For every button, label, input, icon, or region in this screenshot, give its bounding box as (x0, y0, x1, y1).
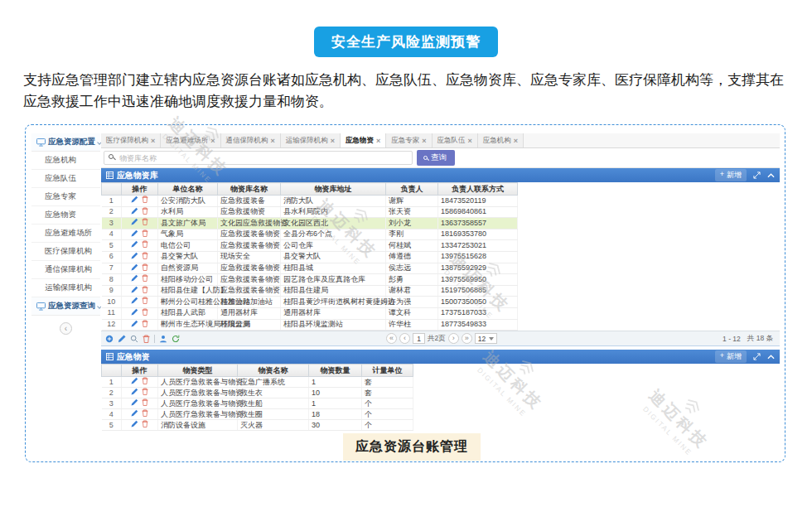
tab-active[interactable]: 应急物资× (341, 133, 386, 147)
edit-icon[interactable] (131, 297, 138, 307)
row-number: 3 (102, 218, 122, 229)
edit-icon[interactable] (131, 409, 138, 419)
sidebar-group-header[interactable]: 应急资源配置 (31, 133, 100, 152)
table-row[interactable]: 4气象局应急救援装备物资全县分布6个点李刚18169353780 (102, 229, 518, 240)
sidebar-group-header[interactable]: 应急资源查询 (31, 297, 100, 316)
close-icon[interactable]: × (514, 137, 518, 145)
delete-icon[interactable] (142, 308, 148, 319)
delete-icon[interactable] (142, 377, 148, 387)
collapse-panel-icon[interactable] (767, 355, 775, 360)
delete-icon[interactable] (142, 274, 148, 285)
close-icon[interactable]: × (151, 137, 155, 145)
delete-icon[interactable] (142, 252, 148, 263)
table-row[interactable]: 1人员医疗急救装备与物资应急广播系统1套 (102, 377, 413, 388)
edit-icon[interactable] (131, 388, 138, 398)
delete-record-icon[interactable] (143, 335, 150, 343)
edit-icon[interactable] (131, 218, 138, 229)
table-row[interactable]: 1公安消防大队应急救援装备消防大队谢辉18473520119 (102, 196, 518, 207)
edit-icon[interactable] (131, 263, 138, 274)
view-record-icon[interactable] (130, 335, 138, 343)
delete-icon[interactable] (142, 240, 148, 251)
tab-item[interactable]: 运输保障机构× (281, 133, 341, 147)
table-row[interactable]: 5消防设备设施灭火器30个 (102, 420, 413, 431)
delete-icon[interactable] (142, 320, 148, 331)
sidebar-collapse-button[interactable]: ‹ (60, 322, 72, 335)
delete-icon[interactable] (142, 409, 148, 419)
edit-icon[interactable] (131, 274, 138, 285)
edit-icon[interactable] (131, 398, 138, 408)
delete-icon[interactable] (142, 388, 148, 398)
delete-icon[interactable] (142, 286, 148, 297)
close-icon[interactable]: × (376, 137, 380, 145)
tab-item[interactable]: 应急队伍× (433, 133, 478, 147)
edit-icon[interactable] (131, 240, 138, 251)
table-row[interactable]: 6县交警大队现场安全县交警大队傅遵德13975515628 (102, 251, 518, 263)
user-icon[interactable] (159, 335, 167, 343)
page-size-select[interactable]: 12 (475, 333, 497, 344)
tab-item[interactable]: 应急机构× (478, 133, 524, 147)
last-page-button[interactable]: » (462, 333, 472, 344)
edit-icon[interactable] (131, 420, 138, 430)
close-icon[interactable]: × (271, 137, 275, 145)
edit-icon[interactable] (131, 229, 138, 240)
expand-panel-icon[interactable] (753, 353, 761, 360)
add-record-icon[interactable] (105, 335, 114, 343)
delete-icon[interactable] (142, 420, 148, 430)
close-icon[interactable]: × (331, 137, 335, 145)
edit-record-icon[interactable] (118, 335, 126, 343)
tab-item[interactable]: 应急专家× (386, 133, 432, 147)
table-row[interactable]: 3人员医疗急救装备与物资救生船1个 (102, 398, 413, 409)
tab-item[interactable]: 应急避难场所× (161, 133, 220, 147)
first-page-button[interactable]: « (386, 333, 397, 344)
delete-icon[interactable] (142, 196, 148, 206)
sidebar-item[interactable]: 医疗保障机构 (31, 243, 100, 261)
table-row[interactable]: 2人员医疗急救装备与物资救生衣10套 (102, 388, 413, 398)
delete-icon[interactable] (142, 207, 148, 218)
close-icon[interactable]: × (210, 137, 215, 145)
sidebar-item[interactable]: 应急物资 (31, 206, 100, 225)
sidebar-item[interactable]: 通信保障机构 (31, 261, 100, 279)
search-input[interactable] (104, 151, 413, 165)
table-row[interactable]: 4人员医疗急救装备与物资救生圈18个 (102, 409, 413, 420)
edit-icon[interactable] (131, 196, 138, 206)
table-row[interactable]: 10郴州分公司桂雅公路加油站桂雅公路加油站桂阳县黄沙坪街道枫树村黄捷姆边许为强1… (102, 297, 518, 308)
delete-icon[interactable] (142, 218, 148, 229)
edit-icon[interactable] (131, 252, 138, 263)
table-row[interactable]: 11桂阳县人武部通用器材库通用器材库谭文科17375187033 (102, 307, 518, 319)
refresh-icon[interactable] (172, 335, 180, 343)
sidebar-item[interactable]: 应急队伍 (31, 170, 100, 188)
tab-item[interactable]: 医疗保障机构× (101, 133, 161, 147)
close-icon[interactable]: × (422, 137, 426, 145)
close-icon[interactable]: × (468, 137, 472, 145)
tab-item[interactable]: 通信保障机构× (221, 133, 281, 147)
delete-icon[interactable] (142, 398, 148, 408)
table-row[interactable]: 8桂阳移动分公司应急救援装备物资园艺路仓库及应真路仓库彭勇13975569950 (102, 274, 518, 286)
edit-icon[interactable] (131, 320, 138, 331)
collapse-panel-icon[interactable] (767, 173, 775, 178)
table-row[interactable]: 3县文旅广体局文化园应急救援物资文化园区西北刘小龙13637358557 (102, 218, 518, 229)
table-row[interactable]: 12郴州市生态环境局桂阳分局环境监测桂阳县环境监测站许华柱18773549833 (102, 319, 518, 331)
tab-label: 应急专家 (391, 136, 419, 146)
table-row[interactable]: 5电信公司应急救援装备物资公司仓库何桂斌13347253021 (102, 240, 518, 252)
table-row[interactable]: 2水利局应急救援物资县水利局院内张天资15869840861 (102, 206, 518, 218)
delete-icon[interactable] (142, 263, 148, 274)
edit-icon[interactable] (131, 377, 138, 387)
sidebar-item[interactable]: 应急避难场所 (31, 225, 100, 243)
sidebar-item[interactable]: 运输保障机构 (31, 279, 100, 297)
edit-icon[interactable] (131, 207, 138, 218)
sidebar-item[interactable]: 应急机构 (31, 152, 100, 170)
add-warehouse-button[interactable]: + 新增 (715, 169, 747, 181)
edit-icon[interactable] (131, 286, 138, 297)
delete-icon[interactable] (142, 229, 148, 240)
expand-panel-icon[interactable] (753, 171, 761, 179)
search-button[interactable]: 查询 (417, 150, 455, 166)
current-page-input[interactable]: 1 (413, 333, 425, 344)
edit-icon[interactable] (131, 308, 138, 319)
sidebar-item[interactable]: 应急专家 (31, 188, 100, 206)
prev-page-button[interactable]: ‹ (399, 333, 410, 344)
table-row[interactable]: 9桂阳县住建【人防】应急救援装备物资桂阳县住建局谢林君15197506885 (102, 285, 518, 297)
delete-icon[interactable] (142, 297, 148, 307)
add-material-button[interactable]: + 新增 (715, 350, 747, 363)
next-page-button[interactable]: › (448, 333, 459, 344)
table-row[interactable]: 7自然资源局应急救援装备物资桂阳县城侯志远13875592929 (102, 263, 518, 274)
